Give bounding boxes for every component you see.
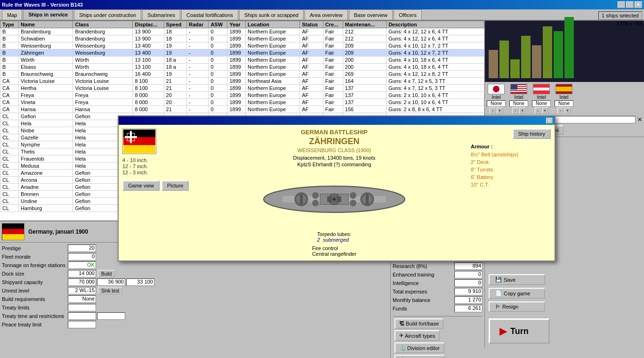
svg-point-38 [350,200,356,206]
build-button[interactable]: Build [98,270,115,277]
svg-rect-16 [556,91,572,94]
table-row[interactable]: CAFreyaFreya8 00020-01899Northern Europe… [0,92,484,99]
sink-test-button[interactable]: Sink test [98,287,122,294]
table-header-row: Type Name Class Displac... Speed Radar A… [0,21,484,28]
turn-button[interactable]: ▶ Turn [489,318,550,344]
ship-center-col: GERMAN BATTLESHIP ZÄHRINGEN WEISSENBURG … [201,129,467,257]
table-row[interactable]: BZähringenWeissenburg13 40019-01899North… [0,49,484,57]
picture-button[interactable]: Picture [161,180,189,191]
fire-control-label: Fire control [312,245,356,251]
tab-base-overview[interactable]: Base overview [349,9,393,20]
intel-col-austria: Intel None - + [532,84,551,114]
tab-map[interactable]: Map [2,9,22,20]
intel-usa-plus[interactable]: + [519,107,526,114]
table-row[interactable]: BWeissenburgWeissenburg13 40019-01899Nor… [0,42,484,49]
game-view-button[interactable]: Game view [122,180,160,191]
table-row[interactable]: BBraunschweigBraunschweig16 40019-01899N… [0,71,484,78]
tab-coastal-fortifications[interactable]: Coastal fortifications [181,9,238,20]
build-req-label: Build requirements [2,296,68,302]
total-expenses-row: Total expenses 9 910 [393,288,483,295]
intel-spain-label: Intel [560,95,569,100]
col-name[interactable]: Name [19,21,73,28]
fleet-exercise-button[interactable]: ⚓ Fleet Exercise [394,355,445,358]
table-row[interactable]: BElsassWörth13 10018 a-01899Northern Eur… [0,64,484,71]
svg-point-4 [493,86,499,92]
col-location[interactable]: Location [246,21,300,28]
division-editor-label: Division editor [407,345,440,351]
svg-rect-12 [533,88,549,90]
bar-chart-bar [554,31,563,78]
aircraft-types-icon: ✈ [399,333,403,339]
copy-game-button[interactable]: 📄 Copy game [489,288,545,299]
ship-dialog-content: 4 - 10 inch. 12 - 7 inch. 12 - 3 inch. G… [119,125,555,260]
ship-name-label: ZÄHRINGEN [309,137,360,146]
close-button[interactable]: ✕ [635,1,642,8]
treaty-time-value2 [97,312,125,320]
col-year[interactable]: Year [227,21,246,28]
research-value: 894 [454,262,483,270]
table-row[interactable]: CAVictoria LouiseVictoria Louise8 10021-… [0,78,484,85]
intel-spain-minus[interactable]: - [557,107,564,114]
maximize-button[interactable]: □ [626,1,634,8]
treaty-time-label: Treaty time and restrictions [2,313,68,319]
guns-item-3: 12 - 3 inch. [122,170,198,175]
tonnage-label: Tonnage on foreign stations [2,262,68,268]
build-fort-label: Build fort/base [406,321,439,326]
tab-officers[interactable]: Officers [394,9,422,20]
shipyard-row: Shipyard capacity 70 000 36 900 33 100 [2,278,388,286]
build-fort-button[interactable]: 🏗 Build fort/base [394,318,443,329]
treaty-time-value1 [68,312,96,320]
col-crew[interactable]: Cre... [323,21,343,28]
table-row[interactable]: CAHansaHansa8 00021-01899Northern Europe… [0,106,484,113]
minimize-button[interactable]: _ [618,1,625,8]
table-row[interactable]: CAHerthaVictoria Louise8 10021-01899Nort… [0,85,484,92]
funds-row: Funds 6 261 [393,305,483,312]
intel-usa-minus[interactable]: - [512,107,519,114]
resign-button[interactable]: 🏳 Resign [489,301,545,312]
resign-icon: 🏳 [495,304,500,309]
tab-ships-under-construction[interactable]: Ships under construction [74,9,141,20]
ship-dialog-close-button[interactable]: ✕ [546,118,553,123]
svg-rect-19 [123,145,155,153]
aircraft-types-button[interactable]: ✈ Aircraft types [394,330,440,341]
table-row[interactable]: BSchwabenBrandenburg13 90018-01899Northe… [0,35,484,42]
col-class[interactable]: Class [73,21,133,28]
turn-arrow-icon: ▶ [499,325,507,337]
intel-japan-label: Intel [492,95,501,100]
clear-search-icon[interactable]: ✕ [637,116,642,123]
intel-austria-minus[interactable]: - [535,107,541,114]
copy-game-icon: 📄 [495,290,502,296]
table-row[interactable]: BWörthWörth13 10018 a-01899Northern Euro… [0,57,484,64]
col-status[interactable]: Status [300,21,323,28]
table-row[interactable]: CAVinetaFreya8 00020-01899Northern Europ… [0,99,484,106]
guns-item-2: 12 - 7 inch. [122,163,198,169]
svg-rect-0 [2,224,24,229]
col-speed[interactable]: Speed [164,21,186,28]
tab-area-overview[interactable]: Area overview [305,9,348,20]
col-radar[interactable]: Radar [187,21,209,28]
tab-submarines[interactable]: Submarines [142,9,180,20]
division-editor-button[interactable]: ⚓ Division editor [394,342,444,353]
ship-right-col: Ship history Armour : 8½" Belt (amidship… [471,129,551,257]
col-type[interactable]: Type [0,21,19,28]
col-asw[interactable]: ASW [209,21,227,28]
ship-flag-box [122,129,156,154]
unrest-row: Unrest level 2 WL-15 Sink test [2,287,388,294]
svg-rect-13 [533,90,549,94]
tab-ships-in-service[interactable]: Ships in service [23,9,73,20]
table-row[interactable]: BBrandenburgBrandenburg13 90018-01899Nor… [0,28,484,35]
save-button[interactable]: 💾 Save [489,274,545,285]
tab-ships-sunk[interactable]: Ships sunk or scrapped [239,9,304,20]
col-description[interactable]: Description [386,21,484,28]
torpedo-section: Torpedo tubes: 2 submerged [317,231,352,243]
col-maintenance[interactable]: Maintenan... [343,21,386,28]
intel-japan-minus[interactable]: - [490,107,496,114]
intel-austria-plus[interactable]: + [542,107,548,114]
intel-spain-plus[interactable]: + [564,107,571,114]
col-displacement[interactable]: Displac... [133,21,164,28]
tab-bar: Map Ships in service Ships under constru… [0,9,644,21]
ship-history-button[interactable]: Ship history [513,129,551,139]
intel-japan-plus[interactable]: + [497,107,503,114]
prestige-label: Prestige [2,245,68,251]
funds-label: Funds [393,306,454,311]
